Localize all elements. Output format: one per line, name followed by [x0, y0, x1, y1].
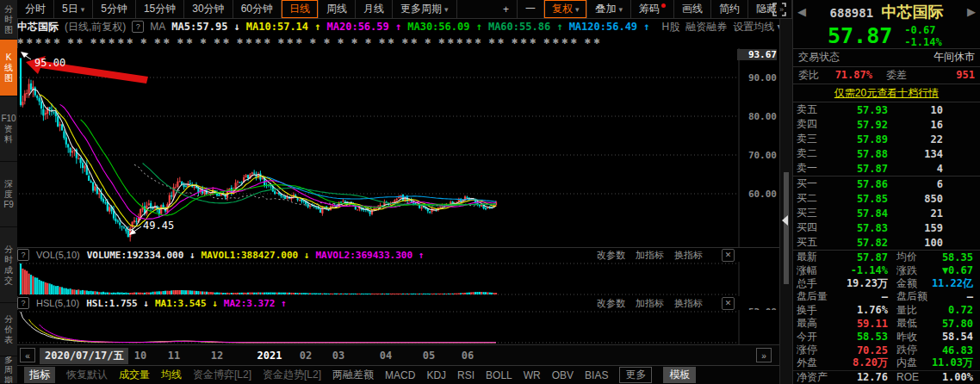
indicator-button-模板[interactable]: 模板	[663, 367, 696, 383]
period-tab-5分钟[interactable]: 5分钟	[93, 0, 136, 18]
date-tick-10: 10	[134, 350, 146, 362]
indicator-button-更多[interactable]: 更多	[619, 367, 652, 383]
price-change: -0.67 -1.14%	[904, 24, 941, 48]
sidebar-item-3[interactable]: F10 资 料	[0, 96, 17, 162]
prev-stock-icon[interactable]: ◀	[797, 5, 806, 18]
hsl-title: HSL(5,10)	[36, 298, 79, 308]
detail-row-涨幅: 涨幅-1.14%涨跌▼0.67	[793, 263, 980, 276]
indicator-button-BOLL[interactable]: BOLL	[486, 369, 512, 381]
tool-简约[interactable]: 简约	[711, 0, 748, 18]
period-tab-更多周期[interactable]: 更多周期▾	[393, 0, 457, 18]
tool-画线[interactable]: 画线	[674, 0, 711, 18]
vol-actions: 改参数加指标换指标✕	[597, 249, 735, 262]
scroll-left-button[interactable]: «	[20, 348, 35, 362]
indicator-button-均线[interactable]: 均线	[161, 368, 182, 382]
period-tab-日线[interactable]: 日线	[282, 0, 319, 18]
action-加指标[interactable]: 加指标	[636, 297, 664, 310]
indicator-button-BIAS[interactable]: BIAS	[585, 369, 608, 381]
scroll-right-button[interactable]: »	[756, 348, 772, 362]
order-qty: 159	[888, 222, 980, 234]
vol-indicator-header: ? VOL(5,10) VOLUME:192334.000 ↓MAVOL1:38…	[17, 248, 779, 262]
sidebar-item-2[interactable]: K 线 图	[0, 40, 17, 96]
sidebar-item-1[interactable]: 分 时 图	[0, 0, 17, 40]
indicator-button-两融差额[interactable]: 两融差额	[332, 368, 374, 382]
indicator-button-恢复默认[interactable]: 恢复默认	[66, 368, 108, 382]
sidebar-item-4[interactable]: 深 度 F9	[0, 162, 17, 227]
turnover-chart[interactable]	[17, 310, 779, 344]
indicator-button-OBV[interactable]: OBV	[552, 369, 574, 381]
sidebar-item-5[interactable]: 分 时 成 交	[0, 227, 17, 303]
sidebar-item-6[interactable]: 分 价 表	[0, 303, 17, 356]
action-换指标[interactable]: 换指标	[674, 297, 703, 310]
indicator-value: VOLUME:192334.000 ↓	[87, 250, 195, 261]
ask-list: 卖五57.9310卖四57.9216卖三57.8922卖二57.88134卖一5…	[793, 102, 980, 177]
order-price: 57.88	[826, 148, 888, 160]
help-icon[interactable]: ?	[17, 297, 29, 309]
close-icon[interactable]: ✕	[722, 297, 735, 310]
period-tab-周线[interactable]: 周线	[319, 0, 356, 18]
detail-value: 58.53	[834, 331, 888, 343]
indicator-button-成交量[interactable]: 成交量	[119, 368, 150, 382]
collapse-panel-icon[interactable]	[782, 215, 788, 226]
period-tab-5日[interactable]: 5日▾	[54, 0, 93, 18]
sidebar-item-7[interactable]: 多 周 期	[0, 356, 17, 384]
tool-筹码[interactable]: 筹码	[631, 0, 674, 18]
detail-value: 58.35	[927, 251, 980, 263]
indicator-button-WR[interactable]: WR	[524, 369, 541, 381]
action-改参数[interactable]: 改参数	[597, 249, 625, 262]
volume-chart[interactable]	[17, 262, 779, 296]
indicator-button-资金博弈[L2][interactable]: 资金博弈[L2]	[193, 368, 251, 382]
start-date-label: 2020/07/17/五	[40, 348, 128, 364]
indicator-toolbar: 指标恢复默认成交量均线资金博弈[L2]资金趋势[L2]两融差额MACDKDJRS…	[17, 365, 791, 384]
detail-value: 0.72	[927, 304, 980, 316]
close-icon[interactable]: ✕	[722, 249, 735, 262]
trade-status-row: 交易状态 午间休市	[793, 48, 980, 67]
detail-value: 59.11	[834, 318, 888, 330]
date-tick-03: 03	[332, 350, 344, 362]
set-ma-link[interactable]: 设置均线 ▾	[733, 20, 782, 34]
indicator-button-MACD[interactable]: MACD	[385, 369, 415, 381]
period-tab-月线[interactable]: 月线	[356, 0, 393, 18]
indicator-button-资金趋势[L2][interactable]: 资金趋势[L2]	[263, 368, 321, 382]
kline-canvas[interactable]: 95.0049.45	[17, 48, 779, 248]
volume-canvas[interactable]	[17, 262, 779, 296]
period-tab-60分钟[interactable]: 60分钟	[233, 0, 282, 18]
hshare-link[interactable]: H股	[662, 20, 680, 34]
order-row-卖三: 卖三57.8922	[793, 132, 980, 146]
hsl-actions: 改参数加指标换指标✕	[597, 297, 735, 310]
action-改参数[interactable]: 改参数	[597, 297, 625, 310]
detail-value: —	[834, 291, 888, 303]
help-icon[interactable]: ?	[17, 249, 29, 261]
order-qty: 100	[888, 237, 980, 249]
tool-叠加[interactable]: 叠加▾	[587, 0, 631, 18]
tool-+[interactable]: +	[495, 0, 518, 18]
help-icon[interactable]: ?	[132, 21, 144, 33]
level2-promo-link[interactable]: 仅需20元查看十档行情	[793, 84, 980, 102]
tool-复权[interactable]: 复权▾	[544, 0, 588, 18]
main-kline-chart[interactable]: 95.0049.45	[17, 48, 779, 248]
indicator-button-KDJ[interactable]: KDJ	[426, 369, 446, 381]
fullscreen-icon[interactable]	[772, 2, 787, 17]
margin-link[interactable]: 融资融券	[685, 20, 727, 34]
next-stock-icon[interactable]: ▶	[967, 5, 976, 18]
indicator-button-RSI[interactable]: RSI	[457, 369, 474, 381]
order-label: 买四	[793, 220, 826, 235]
quote-header: ◀ 688981 中芯国际 ▶	[793, 0, 980, 24]
indicator-button-指标[interactable]: 指标	[24, 367, 55, 383]
indicator-value: MA120:56.49 ↑	[569, 21, 650, 33]
panel-splitter[interactable]	[779, 19, 792, 384]
stock-code: 688981	[830, 6, 874, 20]
detail-grid: 最新57.87均价58.35涨幅-1.14%涨跌▼0.67总手19.23万金额1…	[793, 251, 980, 384]
action-加指标[interactable]: 加指标	[636, 249, 664, 262]
tool-一[interactable]: 一	[518, 0, 544, 18]
order-qty: 4	[888, 163, 980, 175]
action-换指标[interactable]: 换指标	[674, 249, 703, 262]
period-tab-分时[interactable]: 分时	[17, 0, 54, 18]
period-tab-30分钟[interactable]: 30分钟	[184, 0, 233, 18]
period-tab-15分钟[interactable]: 15分钟	[136, 0, 184, 18]
stock-name: 中芯国际	[881, 3, 943, 21]
scrollbar-thumb[interactable]	[784, 172, 789, 284]
turnover-canvas[interactable]	[17, 310, 779, 344]
axis-label-90: 90.00	[737, 72, 777, 84]
indicator-value: MA30:56.09 ↑	[407, 21, 482, 33]
